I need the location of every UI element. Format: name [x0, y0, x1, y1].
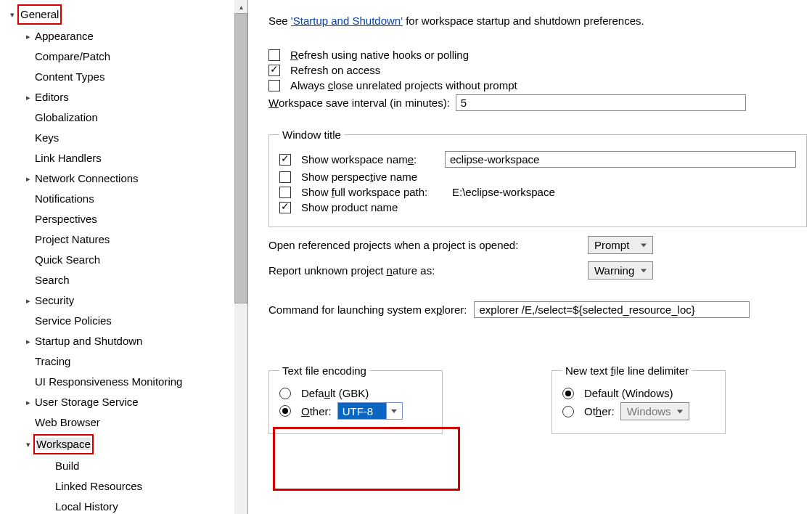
- scroll-thumb[interactable]: [234, 13, 247, 303]
- encoding-other-label: Other:: [301, 405, 332, 417]
- refresh-on-access-label: Refresh on access: [290, 64, 380, 76]
- save-interval-label: Workspace save interval (in minutes):: [268, 97, 450, 109]
- encoding-default-radio[interactable]: [279, 388, 291, 399]
- preferences-tree-pane: ▾ General ▸ Appearance Compare/Patch Con…: [0, 0, 248, 514]
- tree-item-linked-resources[interactable]: Linked Resources: [0, 476, 234, 497]
- tree-item-perspectives[interactable]: Perspectives: [0, 209, 234, 229]
- show-perspective-name-label: Show perspective name: [301, 171, 417, 183]
- tree-item-local-history[interactable]: Local History: [0, 497, 234, 514]
- open-referenced-label: Open referenced projects when a project …: [268, 239, 581, 251]
- tree-item-project-natures[interactable]: Project Natures: [0, 229, 234, 250]
- delimiter-other-select[interactable]: Windows: [620, 402, 689, 420]
- tree-item-editors[interactable]: ▸ Editors: [0, 87, 234, 107]
- close-unrelated-projects-checkbox[interactable]: [268, 80, 280, 91]
- see-startup-shutdown-text: See 'Startup and Shutdown' for workspace…: [268, 15, 812, 27]
- tree-item-content-types[interactable]: Content Types: [0, 67, 234, 87]
- tree-item-startup-shutdown[interactable]: ▸ Startup and Shutdown: [0, 331, 234, 351]
- tree-item-quick-search[interactable]: Quick Search: [0, 250, 234, 270]
- refresh-native-hooks-label: Refresh using native hooks or polling: [290, 49, 469, 61]
- show-perspective-name-checkbox[interactable]: [279, 171, 291, 183]
- window-title-group: Window title Show workspace name: Show p…: [268, 128, 807, 227]
- encoding-default-label: Default (GBK): [301, 387, 369, 399]
- refresh-native-hooks-checkbox[interactable]: [268, 49, 280, 61]
- report-nature-label: Report unknown project nature as:: [268, 264, 581, 277]
- tree-scrollbar[interactable]: ▴: [234, 0, 247, 514]
- workspace-name-input[interactable]: [445, 151, 796, 168]
- tree-item-build[interactable]: Build: [0, 456, 234, 476]
- full-path-value: E:\eclipse-workspace: [452, 186, 555, 198]
- tree-item-search[interactable]: Search: [0, 270, 234, 290]
- tree-item-link-handlers[interactable]: Link Handlers: [0, 148, 234, 168]
- chevron-right-icon: ▸: [22, 292, 35, 309]
- show-workspace-name-label: Show workspace name:: [301, 153, 439, 166]
- chevron-right-icon: ▸: [22, 333, 35, 350]
- tree-item-web-browser[interactable]: Web Browser: [0, 412, 234, 433]
- chevron-right-icon: ▸: [22, 89, 35, 106]
- delimiter-default-radio[interactable]: [562, 388, 574, 399]
- chevron-down-icon[interactable]: [386, 403, 402, 419]
- tree-item-service-policies[interactable]: Service Policies: [0, 311, 234, 331]
- open-referenced-select[interactable]: Prompt: [588, 236, 653, 254]
- show-full-path-label: Show full workspace path:: [301, 186, 446, 198]
- explorer-command-label: Command for launching system explorer:: [268, 303, 467, 316]
- encoding-other-radio[interactable]: [279, 405, 291, 417]
- delimiter-other-label: Other:: [584, 405, 615, 417]
- preferences-tree[interactable]: ▾ General ▸ Appearance Compare/Patch Con…: [0, 0, 234, 514]
- delimiter-other-radio[interactable]: [562, 406, 574, 417]
- show-full-path-checkbox[interactable]: [279, 187, 291, 198]
- tree-item-compare-patch[interactable]: Compare/Patch: [0, 46, 234, 67]
- chevron-right-icon: ▸: [22, 28, 35, 45]
- chevron-right-icon: ▸: [22, 170, 35, 187]
- tree-item-tracing[interactable]: Tracing: [0, 351, 234, 372]
- tree-item-ui-responsiveness[interactable]: UI Responsiveness Monitoring: [0, 372, 234, 392]
- tree-item-network-connections[interactable]: ▸ Network Connections: [0, 168, 234, 189]
- show-workspace-name-checkbox[interactable]: [279, 154, 291, 166]
- workspace-preferences-pane: See 'Startup and Shutdown' for workspace…: [248, 0, 812, 514]
- show-product-name-label: Show product name: [301, 201, 398, 213]
- tree-item-general[interactable]: ▾ General: [0, 3, 234, 26]
- tree-item-user-storage-service[interactable]: ▸ User Storage Service: [0, 392, 234, 412]
- delimiter-default-label: Default (Windows): [584, 387, 673, 399]
- save-interval-input[interactable]: [456, 94, 746, 111]
- tree-item-workspace[interactable]: ▾ Workspace: [0, 433, 234, 456]
- report-nature-select[interactable]: Warning: [588, 261, 653, 280]
- close-unrelated-projects-label: Always close unrelated projects without …: [290, 79, 517, 91]
- line-delimiter-legend: New text file line delimiter: [562, 364, 692, 377]
- startup-shutdown-link[interactable]: 'Startup and Shutdown': [291, 15, 403, 27]
- explorer-command-input[interactable]: [474, 301, 750, 318]
- text-file-encoding-group: Text file encoding Default (GBK) Other: …: [268, 364, 443, 434]
- encoding-other-select[interactable]: UTF-8: [337, 402, 403, 420]
- refresh-on-access-checkbox[interactable]: [268, 65, 280, 76]
- tree-item-notifications[interactable]: Notifications: [0, 189, 234, 209]
- tree-item-security[interactable]: ▸ Security: [0, 290, 234, 311]
- tree-item-globalization[interactable]: Globalization: [0, 107, 234, 128]
- window-title-legend: Window title: [279, 128, 344, 141]
- text-file-encoding-legend: Text file encoding: [279, 364, 369, 377]
- line-delimiter-group: New text file line delimiter Default (Wi…: [551, 364, 726, 434]
- scroll-up-icon[interactable]: ▴: [234, 0, 247, 13]
- tree-item-keys[interactable]: Keys: [0, 128, 234, 148]
- tree-item-appearance[interactable]: ▸ Appearance: [0, 26, 234, 46]
- chevron-right-icon: ▸: [22, 393, 35, 411]
- show-product-name-checkbox[interactable]: [279, 202, 291, 213]
